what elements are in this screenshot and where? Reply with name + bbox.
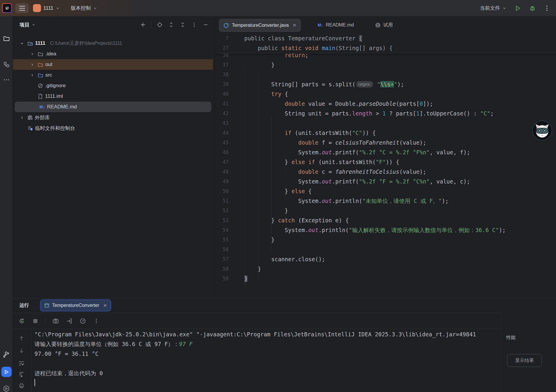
console-line: 进程已结束，退出代码为 0	[34, 368, 500, 378]
exit-icon[interactable]	[66, 317, 73, 325]
console-caret	[34, 379, 35, 386]
code-line-47: 47 } else if (unit.startsWith("F")) {	[215, 157, 556, 167]
chevron-right-icon[interactable]	[29, 52, 36, 56]
soft-wrap-icon[interactable]	[18, 360, 25, 366]
tree-row-外部库[interactable]: 外部库	[13, 112, 213, 123]
line-number: 37	[215, 60, 229, 70]
folder-icon	[38, 51, 43, 57]
code-line-7: 7public class TemperatureConverter {	[215, 34, 556, 43]
console-output[interactable]: "C:\Program Files\Java\jdk-25.0.2\bin\ja…	[34, 330, 500, 392]
file-icon	[38, 94, 43, 99]
line-number: 46	[215, 148, 229, 157]
tree-row-.idea[interactable]: .idea	[13, 49, 213, 59]
run-panel: 运行 TemperatureConverter ✕	[13, 298, 556, 392]
tree-item-label: .gitignore	[45, 83, 66, 89]
tree-row-临时文件和控制台[interactable]: 临时文件和控制台	[13, 123, 213, 133]
code-line-39: 39 String[] parts = s.split(regex: "\\s+…	[215, 80, 556, 89]
version-control-widget[interactable]: 版本控制	[71, 0, 97, 16]
profiler-gauge-icon[interactable]	[79, 317, 86, 325]
next-occurrence-icon[interactable]	[18, 348, 25, 354]
line-number: 42	[215, 109, 229, 118]
more-actions-button[interactable]	[544, 5, 550, 11]
run-panel-title: 运行	[19, 302, 29, 309]
run-button[interactable]	[514, 5, 521, 12]
tree-row-1111[interactable]: 1111C:\Users\王彦舒\IdeaProjects\1111	[13, 38, 213, 49]
console-line: "C:\Program Files\Java\jdk-25.0.2\bin\ja…	[34, 330, 500, 339]
line-number: 44	[215, 128, 229, 138]
main-menu-button[interactable]	[15, 3, 29, 13]
project-path: C:\Users\王彦舒\IdeaProjects\1111	[50, 40, 122, 47]
code-line-54: 54 System.out.println("输入解析失败，请按示例输入数值与单…	[215, 225, 556, 235]
project-selector[interactable]: 1111	[33, 0, 60, 16]
tree-row-out[interactable]: out	[13, 59, 213, 70]
print-icon[interactable]	[18, 382, 25, 389]
run-configuration-selector[interactable]: 当前文件	[480, 5, 506, 11]
tree-item-label: out	[45, 62, 52, 67]
scroll-to-end-icon[interactable]	[18, 371, 25, 378]
line-number: 58	[215, 264, 229, 274]
version-control-label: 版本控制	[71, 5, 91, 11]
chevron-right-icon[interactable]	[18, 115, 25, 120]
run-tool-icon[interactable]	[1, 367, 11, 377]
collapse-all-button[interactable]	[179, 21, 186, 28]
services-tool-icon[interactable]	[2, 384, 11, 392]
prev-occurrence-icon[interactable]	[18, 335, 25, 342]
tab-temperatureconverter-java[interactable]: TemperatureConverter.java ✕	[219, 19, 301, 32]
code-line-45: 45 double f = celsiusToFahrenheit(value)…	[215, 138, 556, 148]
panel-options-button[interactable]	[191, 21, 197, 28]
line-number: 43	[215, 118, 229, 128]
ignored-icon	[38, 83, 43, 88]
expand-all-button[interactable]	[168, 21, 174, 28]
tree-row-.gitignore[interactable]: .gitignore	[13, 80, 213, 91]
tree-row-README.md[interactable]: M↓README.md	[15, 102, 211, 112]
close-tab-icon[interactable]: ✕	[103, 303, 107, 308]
clipped-line: 36 return;	[215, 53, 556, 60]
console-window-icon	[44, 303, 50, 308]
chevron-down-icon	[502, 6, 506, 10]
debug-button[interactable]	[529, 5, 536, 12]
line-number: 45	[215, 138, 229, 148]
project-panel-header: 项目	[13, 16, 213, 33]
console-more-button[interactable]	[93, 317, 100, 325]
hide-panel-button[interactable]	[202, 21, 209, 28]
chevron-down-icon[interactable]	[18, 41, 25, 46]
line-number: 55	[215, 235, 229, 245]
chevron-right-icon[interactable]	[29, 62, 36, 67]
show-results-button[interactable]: 显示结果	[507, 354, 542, 367]
close-tab-icon[interactable]: ✕	[293, 23, 296, 28]
indent-guide	[285, 154, 285, 173]
markdown-icon: M↓	[39, 104, 45, 110]
line-number: 50	[215, 186, 229, 196]
more-tool-windows-icon[interactable]	[2, 76, 11, 84]
project-panel-title[interactable]: 项目	[19, 21, 36, 28]
code-editor[interactable]: 7public class TemperatureConverter {27 p…	[215, 34, 556, 294]
tree-row-src[interactable]: src	[13, 70, 213, 80]
indent-guide	[285, 212, 285, 222]
tab-trial[interactable]: 试用	[371, 19, 397, 31]
rerun-button[interactable]	[18, 317, 25, 325]
code-line-59: 59}	[215, 274, 556, 284]
build-tool-icon[interactable]	[2, 350, 11, 359]
code-line-41: 41 double value = Double.parseDouble(par…	[215, 99, 556, 109]
mascot-sticker	[532, 120, 552, 141]
project-tool-icon[interactable]	[2, 34, 11, 43]
code-line-42: 42 String unit = parts.length > 1 ? part…	[215, 109, 556, 118]
tree-item-label: 临时文件和控制台	[35, 125, 75, 132]
locate-file-button[interactable]	[156, 21, 163, 28]
indent-guide	[285, 183, 285, 202]
chevron-right-icon[interactable]	[29, 73, 36, 77]
code-line-50: 50 } else {	[215, 186, 556, 196]
code-line-46: 46 System.out.printf("%.2f °C = %.2f °F%…	[215, 148, 556, 157]
code-line-56: 56	[215, 245, 556, 254]
stop-button[interactable]	[32, 317, 39, 325]
editor-area[interactable]: TemperatureConverter.java ✕ M↓ README.md…	[215, 16, 556, 294]
indent-guide	[244, 69, 245, 290]
line-number: 7	[215, 34, 229, 43]
tab-readme-md[interactable]: M↓ README.md	[314, 19, 358, 31]
structure-tool-icon[interactable]	[2, 60, 11, 69]
add-button[interactable]	[140, 21, 146, 28]
tree-row-1111.iml[interactable]: 1111.iml	[13, 91, 213, 102]
run-tab-temperatureconverter[interactable]: TemperatureConverter ✕	[40, 300, 111, 311]
code-line-36: 36 return;	[215, 53, 556, 60]
thread-dump-icon[interactable]	[52, 317, 59, 325]
